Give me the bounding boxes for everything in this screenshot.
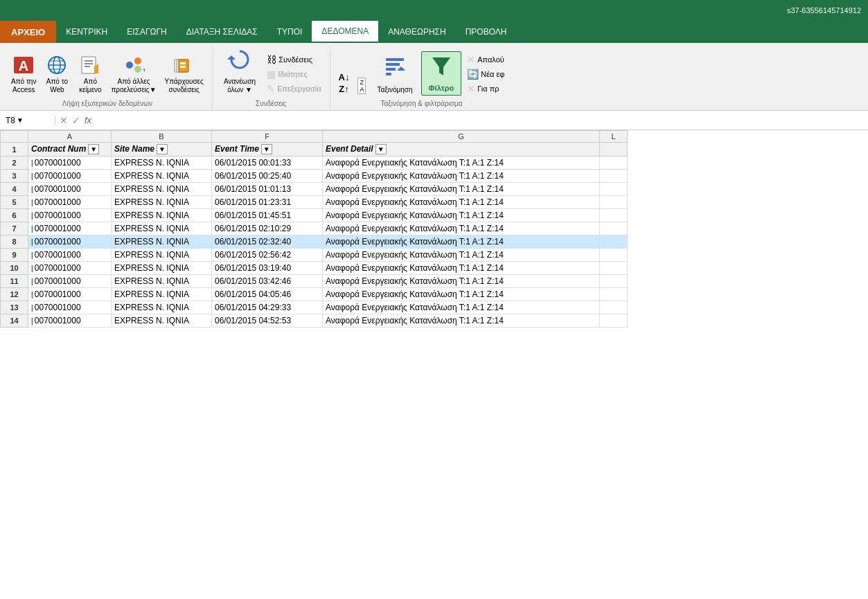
cell-a[interactable]: |0070001000	[28, 288, 112, 301]
cell-f[interactable]: 06/01/2015 03:19:40	[212, 262, 323, 275]
header-cell-a[interactable]: Contract Num▼	[28, 143, 112, 157]
btn-taxinomhsh[interactable]: Ταξινόμηση	[371, 55, 418, 96]
cell-b[interactable]: EXPRESS N. IQNIA	[112, 209, 212, 222]
cell-f[interactable]: 06/01/2015 02:10:29	[212, 222, 323, 235]
filter-dropdown-f[interactable]: ▼	[261, 144, 272, 154]
confirm-formula-icon[interactable]: ✓	[72, 115, 80, 126]
cell-g[interactable]: Αναφορά Ενεργειακής Κατανάλωση Τ:1 Α:1 Ζ…	[323, 262, 600, 275]
cell-f[interactable]: 06/01/2015 04:29:33	[212, 301, 323, 314]
btn-access[interactable]: A Από τηνAccess	[8, 53, 39, 96]
cell-a[interactable]: |0070001000	[28, 157, 112, 170]
cell-g[interactable]: Αναφορά Ενεργειακής Κατανάλωση Τ:1 Α:1 Ζ…	[323, 196, 600, 209]
cell-l[interactable]	[600, 275, 628, 288]
cell-l[interactable]	[600, 183, 628, 196]
cell-g[interactable]: Αναφορά Ενεργειακής Κατανάλωση Τ:1 Α:1 Ζ…	[323, 301, 600, 314]
cell-g[interactable]: Αναφορά Ενεργειακής Κατανάλωση Τ:1 Α:1 Ζ…	[323, 222, 600, 235]
cell-l[interactable]	[600, 288, 628, 301]
header-cell-b[interactable]: Site Name▼	[112, 143, 212, 157]
menu-item-eisagwgh[interactable]: ΕΙΣΑΓΩΓΗ	[117, 21, 177, 43]
col-header-f[interactable]: F	[212, 131, 323, 143]
cell-l[interactable]	[600, 222, 628, 235]
cell-a[interactable]: |0070001000	[28, 314, 112, 328]
cell-f[interactable]: 06/01/2015 04:05:46	[212, 288, 323, 301]
cell-a[interactable]: |0070001000	[28, 170, 112, 183]
cell-b[interactable]: EXPRESS N. IQNIA	[112, 288, 212, 301]
btn-keimeno[interactable]: Απόκείμενο	[75, 53, 105, 96]
cell-a[interactable]: |0070001000	[28, 249, 112, 262]
cell-b[interactable]: EXPRESS N. IQNIA	[112, 235, 212, 249]
cell-b[interactable]: EXPRESS N. IQNIA	[112, 183, 212, 196]
filter-dropdown-g[interactable]: ▼	[375, 144, 387, 154]
cell-f[interactable]: 06/01/2015 04:52:53	[212, 314, 323, 328]
cell-a[interactable]: |0070001000	[28, 196, 112, 209]
menu-item-arxeio[interactable]: ΑΡΧΕΙΟ	[0, 21, 56, 43]
cell-b[interactable]: EXPRESS N. IQNIA	[112, 222, 212, 235]
cell-ref-dropdown-icon[interactable]: ▼	[17, 116, 24, 124]
cell-b[interactable]: EXPRESS N. IQNIA	[112, 314, 212, 328]
btn-nea-ef[interactable]: 🔄 Νέα εφ	[464, 67, 507, 81]
cell-f[interactable]: 06/01/2015 03:42:46	[212, 275, 323, 288]
cell-g[interactable]: Αναφορά Ενεργειακής Κατανάλωση Τ:1 Α:1 Ζ…	[323, 157, 600, 170]
col-header-b[interactable]: B	[112, 131, 212, 143]
cell-l[interactable]	[600, 249, 628, 262]
menu-item-dedomena[interactable]: ΔΕΔΟΜΕΝΑ	[312, 21, 378, 43]
btn-epexergasia[interactable]: ✎ Επεξεργασία	[264, 82, 324, 96]
btn-web[interactable]: Από τοWeb	[42, 53, 72, 96]
btn-alles[interactable]: ▼ Από άλλεςπροελεύσεις▼	[108, 53, 159, 96]
cell-a[interactable]: |0070001000	[28, 222, 112, 235]
cell-l[interactable]	[600, 262, 628, 275]
cell-g[interactable]: Αναφορά Ενεργειακής Κατανάλωση Τ:1 Α:1 Ζ…	[323, 209, 600, 222]
col-header-g[interactable]: G	[323, 131, 600, 143]
cancel-formula-icon[interactable]: ✕	[60, 115, 68, 126]
btn-ananewsh[interactable]: Ανανέωσηόλων ▼	[218, 46, 261, 96]
cell-b[interactable]: EXPRESS N. IQNIA	[112, 262, 212, 275]
sort-az-btn[interactable]: A↓ Z↑	[336, 71, 353, 96]
formula-input[interactable]	[96, 116, 868, 125]
cell-g[interactable]: Αναφορά Ενεργειακής Κατανάλωση Τ:1 Α:1 Ζ…	[323, 288, 600, 301]
header-cell-f[interactable]: Event Time▼	[212, 143, 323, 157]
menu-item-anathewrhsh[interactable]: ΑΝΑΘΕΩΡΗΣΗ	[378, 21, 455, 43]
cell-l[interactable]	[600, 157, 628, 170]
btn-gia-pro[interactable]: ✕ Για πρ	[464, 82, 507, 96]
btn-idiotites[interactable]: ▦ Ιδιότητες	[264, 67, 324, 81]
btn-syndeseis[interactable]: ⛓ Συνδέσεις	[264, 53, 324, 66]
btn-yparchousses[interactable]: Υπάρχουσεςσυνδέσεις	[162, 53, 206, 96]
cell-f[interactable]: 06/01/2015 01:45:51	[212, 209, 323, 222]
menu-item-typoi[interactable]: ΤΥΠΟΙ	[267, 21, 312, 43]
sort-za-btn[interactable]: ZA	[355, 76, 369, 96]
cell-b[interactable]: EXPRESS N. IQNIA	[112, 157, 212, 170]
cell-a[interactable]: |0070001000	[28, 183, 112, 196]
cell-l[interactable]	[600, 235, 628, 249]
cell-l[interactable]	[600, 314, 628, 328]
filter-dropdown-a[interactable]: ▼	[88, 144, 99, 154]
cell-a[interactable]: |0070001000	[28, 275, 112, 288]
cell-g[interactable]: Αναφορά Ενεργειακής Κατανάλωση Τ:1 Α:1 Ζ…	[323, 275, 600, 288]
cell-l[interactable]	[600, 209, 628, 222]
col-header-l[interactable]: L	[600, 131, 628, 143]
cell-g[interactable]: Αναφορά Ενεργειακής Κατανάλωση Τ:1 Α:1 Ζ…	[323, 183, 600, 196]
header-cell-g[interactable]: Event Detail▼	[323, 143, 600, 157]
menu-item-provolh[interactable]: ΠΡΟΒΟΛΗ	[456, 21, 517, 43]
cell-g[interactable]: Αναφορά Ενεργειακής Κατανάλωση Τ:1 Α:1 Ζ…	[323, 235, 600, 249]
insert-function-icon[interactable]: fx	[85, 115, 91, 125]
cell-a[interactable]: |0070001000	[28, 209, 112, 222]
btn-apolouste[interactable]: ✕ Απαλού	[464, 53, 507, 66]
menu-item-diataxi[interactable]: ΔΙΑΤΑΞΗ ΣΕΛΙΔΑΣ	[177, 21, 267, 43]
cell-l[interactable]	[600, 170, 628, 183]
cell-a[interactable]: |0070001000	[28, 262, 112, 275]
cell-g[interactable]: Αναφορά Ενεργειακής Κατανάλωση Τ:1 Α:1 Ζ…	[323, 314, 600, 328]
cell-b[interactable]: EXPRESS N. IQNIA	[112, 275, 212, 288]
cell-f[interactable]: 06/01/2015 02:32:40	[212, 235, 323, 249]
cell-b[interactable]: EXPRESS N. IQNIA	[112, 249, 212, 262]
cell-f[interactable]: 06/01/2015 02:56:42	[212, 249, 323, 262]
cell-l[interactable]	[600, 196, 628, 209]
cell-l[interactable]	[600, 301, 628, 314]
cell-f[interactable]: 06/01/2015 00:01:33	[212, 157, 323, 170]
cell-a[interactable]: |0070001000	[28, 235, 112, 249]
col-header-a[interactable]: A	[28, 131, 112, 143]
header-cell-l[interactable]	[600, 143, 628, 157]
menu-item-kentrikh[interactable]: ΚΕΝΤΡΙΚΗ	[56, 21, 117, 43]
cell-a[interactable]: |0070001000	[28, 301, 112, 314]
cell-b[interactable]: EXPRESS N. IQNIA	[112, 301, 212, 314]
cell-f[interactable]: 06/01/2015 01:23:31	[212, 196, 323, 209]
